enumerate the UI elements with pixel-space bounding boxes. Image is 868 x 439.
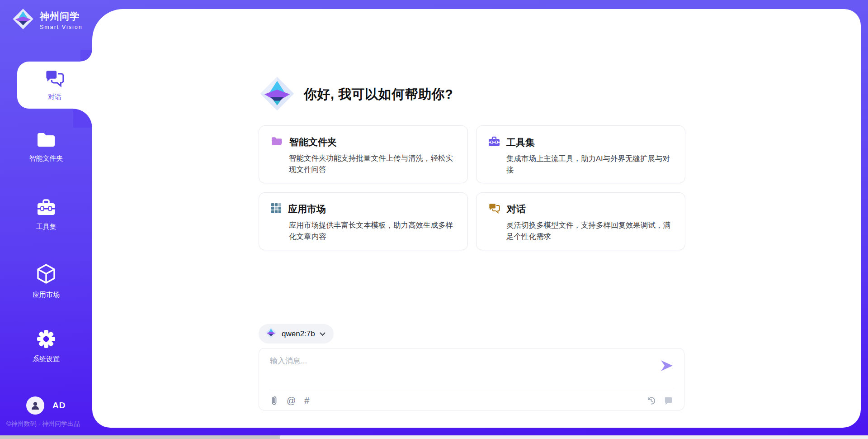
cube-icon: [36, 263, 56, 286]
sidebar-item-toolbox[interactable]: 工具集: [0, 198, 92, 231]
topic-button[interactable]: #: [304, 396, 309, 405]
user-profile[interactable]: AD: [26, 396, 66, 415]
composer-toolbar: @ #: [270, 394, 673, 407]
card-title: 智能文件夹: [289, 136, 337, 148]
history-icon: [646, 400, 656, 407]
brand: 神州问学 Smart Vision: [12, 8, 83, 32]
avatar: [26, 396, 44, 415]
card-description: 智能文件夹功能支持批量文件上传与清洗，轻松实现文件问答: [289, 153, 456, 175]
composer-divider: [268, 389, 675, 389]
card-description: 灵活切换多模型文件，支持多样回复效果调试，满足个性化需求: [506, 220, 673, 242]
sidebar-item-label: 工具集: [36, 223, 57, 231]
card-title: 对话: [507, 203, 526, 215]
chat-icon: [44, 69, 65, 89]
greeting-text: 你好, 我可以如何帮助你?: [304, 86, 453, 104]
tab-fillet-top: [80, 50, 92, 62]
brand-name: 神州问学: [40, 10, 83, 23]
card-description: 集成市场上主流工具，助力AI与外界无缝扩展与对接: [506, 153, 673, 176]
sidebar-item-label: 智能文件夹: [29, 154, 63, 163]
sidebar-item-settings[interactable]: 系统设置: [0, 329, 92, 363]
scrollbar-thumb[interactable]: [0, 435, 280, 439]
chat-icon: [488, 203, 500, 215]
sidebar: 神州问学 Smart Vision 对话 智能文件夹: [0, 0, 92, 439]
sidebar-item-app-market[interactable]: 应用市场: [0, 263, 92, 299]
tab-fillet-bottom: [73, 109, 92, 128]
greeting: 你好, 我可以如何帮助你?: [259, 75, 453, 114]
model-name: qwen2:7b: [282, 329, 315, 339]
mention-button[interactable]: @: [287, 396, 296, 405]
card-description: 应用市场提供丰富长文本模板，助力高效生成多样化文章内容: [289, 220, 456, 242]
chat-bubble-icon: [664, 400, 673, 407]
paperclip-icon: [270, 401, 278, 407]
sidebar-item-smart-folder[interactable]: 智能文件夹: [0, 131, 92, 163]
send-icon: [660, 367, 674, 373]
attach-button[interactable]: [270, 395, 278, 406]
user-name: AD: [52, 401, 66, 410]
chevron-down-icon: [320, 330, 326, 338]
sidebar-item-chat[interactable]: 对话: [17, 62, 92, 109]
brand-logo-diamond-icon: [12, 8, 34, 32]
gear-icon: [36, 329, 56, 351]
grid-icon: [271, 203, 282, 215]
model-logo-diamond-icon: [265, 327, 277, 341]
sidebar-item-label: 应用市场: [33, 291, 60, 299]
feature-cards: 智能文件夹 智能文件夹功能支持批量文件上传与清洗，轻松实现文件问答: [259, 125, 685, 250]
send-button[interactable]: [660, 359, 674, 373]
card-toolbox[interactable]: 工具集 集成市场上主流工具，助力AI与外界无缝扩展与对接: [476, 125, 685, 183]
toolbox-icon: [488, 136, 500, 149]
sidebar-item-label: 系统设置: [33, 355, 60, 363]
main-panel: 你好, 我可以如何帮助你? 智能文件夹 智能文件夹功能支持批量文件上传与清洗，轻…: [92, 9, 861, 428]
sidebar-item-label: 对话: [48, 93, 61, 101]
toolbox-icon: [36, 198, 57, 219]
copyright: ©神州数码 · 神州问学出品: [6, 420, 80, 428]
card-smart-folder[interactable]: 智能文件夹 智能文件夹功能支持批量文件上传与清洗，轻松实现文件问答: [259, 125, 468, 183]
message-composer: @ #: [259, 348, 684, 410]
card-app-market[interactable]: 应用市场 应用市场提供丰富长文本模板，助力高效生成多样化文章内容: [259, 192, 468, 250]
model-selector[interactable]: qwen2:7b: [259, 324, 334, 344]
main-content: 你好, 我可以如何帮助你? 智能文件夹 智能文件夹功能支持批量文件上传与清洗，轻…: [259, 9, 685, 428]
card-title: 工具集: [506, 136, 535, 149]
greeting-logo-diamond-icon: [259, 75, 296, 114]
horizontal-scrollbar[interactable]: [0, 435, 868, 439]
folder-icon: [36, 131, 57, 150]
message-input[interactable]: [270, 356, 641, 382]
card-title: 应用市场: [288, 203, 326, 215]
card-chat[interactable]: 对话 灵活切换多模型文件，支持多样回复效果调试，满足个性化需求: [476, 192, 685, 250]
chat-bubble-button[interactable]: [664, 396, 673, 406]
folder-open-icon: [271, 136, 283, 148]
history-button[interactable]: [646, 396, 656, 406]
brand-subtitle: Smart Vision: [40, 24, 83, 30]
